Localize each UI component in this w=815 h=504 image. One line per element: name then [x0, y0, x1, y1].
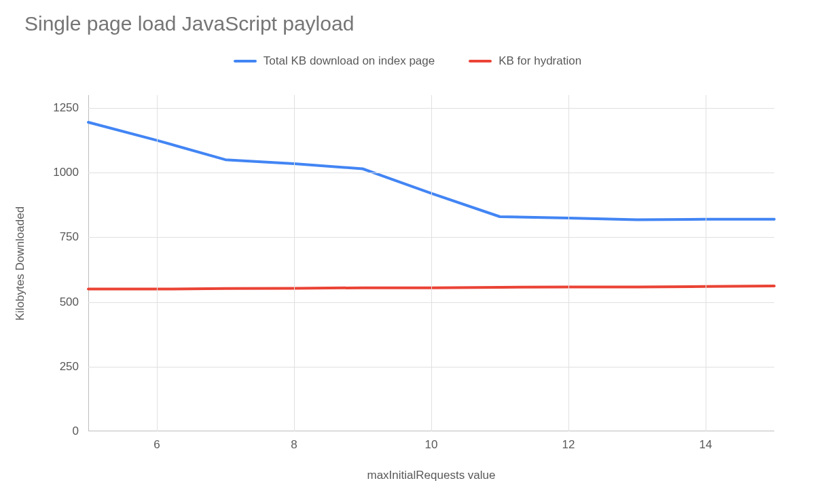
legend-item-total: Total KB download on index page — [234, 54, 435, 68]
legend-label: KB for hydration — [499, 54, 581, 68]
chart-title: Single page load JavaScript payload — [24, 12, 354, 35]
gridline-v — [157, 95, 158, 431]
y-tick-label: 0 — [73, 425, 79, 438]
y-tick-label: 1000 — [53, 166, 79, 179]
y-tick-label: 750 — [60, 230, 79, 244]
chart-container: Single page load JavaScript payload Tota… — [0, 0, 815, 504]
x-tick-label: 8 — [291, 438, 297, 452]
x-tick-label: 12 — [562, 438, 575, 452]
legend-swatch — [234, 60, 257, 62]
y-tick-label: 1250 — [53, 101, 79, 115]
plot-inner — [88, 95, 774, 431]
gridline-v — [568, 95, 569, 431]
legend-item-hydration: KB for hydration — [469, 54, 581, 68]
y-tick-label: 500 — [60, 295, 79, 309]
y-tick-label: 250 — [60, 360, 79, 374]
x-tick-label: 6 — [153, 438, 160, 452]
legend-label: Total KB download on index page — [264, 54, 435, 68]
y-axis-title: Kilobytes Downloaded — [14, 206, 27, 321]
gridline-v — [431, 95, 432, 431]
gridline-v — [706, 95, 706, 431]
x-tick-label: 10 — [425, 438, 438, 452]
legend-swatch — [469, 60, 492, 62]
plot-area — [88, 95, 774, 431]
gridline-v — [294, 95, 295, 431]
x-axis-title: maxInitialRequests value — [367, 469, 496, 482]
legend: Total KB download on index page KB for h… — [0, 54, 815, 68]
x-tick-label: 14 — [700, 438, 712, 452]
